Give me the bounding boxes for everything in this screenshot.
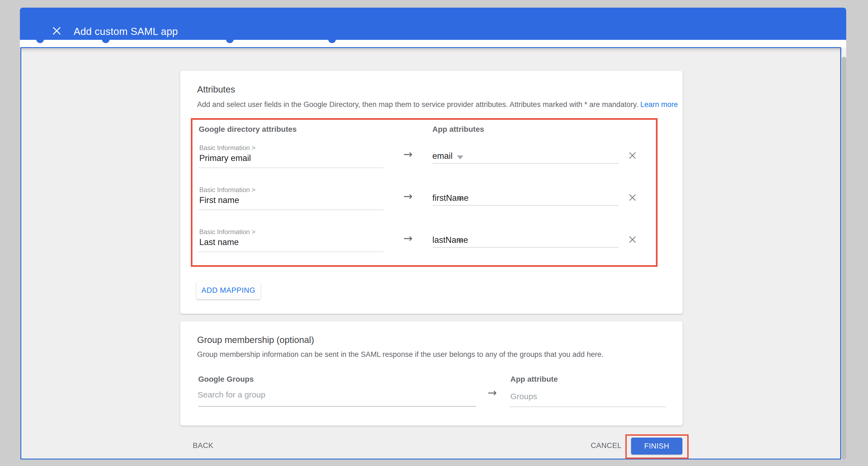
header-gap-strip bbox=[20, 40, 846, 48]
app-attributes-header: App attributes bbox=[432, 125, 484, 134]
group-membership-title: Group membership (optional) bbox=[197, 335, 314, 345]
groups-attribute-input[interactable] bbox=[510, 392, 663, 401]
mapping-row: Basic Information > Primary email → bbox=[180, 144, 683, 186]
search-underline bbox=[198, 406, 476, 407]
input-underline bbox=[433, 205, 619, 206]
select-underline bbox=[198, 252, 383, 252]
dialog-header: Add custom SAML app bbox=[20, 8, 846, 40]
attributes-card-description: Add and select user fields in the Google… bbox=[197, 100, 678, 109]
group-membership-description: Group membership information can be sent… bbox=[197, 350, 603, 359]
google-directory-attributes-header: Google directory attributes bbox=[199, 125, 297, 134]
app-attribute-input[interactable] bbox=[432, 151, 585, 161]
close-icon[interactable] bbox=[52, 26, 61, 35]
scrollbar-thumb[interactable] bbox=[842, 57, 846, 460]
attributes-description-text: Add and select user fields in the Google… bbox=[197, 100, 638, 109]
attributes-card-title: Attributes bbox=[197, 84, 235, 95]
mapping-row: Basic Information > First name → bbox=[180, 186, 683, 228]
google-groups-label: Google Groups bbox=[198, 375, 254, 384]
arrow-right-icon: → bbox=[403, 148, 413, 161]
select-underline bbox=[198, 209, 383, 210]
directory-field-select[interactable]: Primary email bbox=[199, 153, 251, 163]
app-attribute-label: App attribute bbox=[510, 375, 558, 384]
dialog-title: Add custom SAML app bbox=[73, 26, 178, 37]
learn-more-link[interactable]: Learn more bbox=[640, 100, 678, 109]
remove-mapping-icon[interactable] bbox=[628, 151, 637, 159]
back-button[interactable]: BACK bbox=[193, 441, 213, 450]
remove-mapping-icon[interactable] bbox=[628, 235, 637, 244]
app-attribute-input[interactable] bbox=[432, 235, 585, 245]
arrow-right-icon: → bbox=[488, 386, 497, 399]
finish-button[interactable]: FINISH bbox=[631, 438, 682, 455]
group-search-input[interactable] bbox=[198, 390, 476, 400]
input-underline bbox=[433, 163, 619, 164]
directory-category-label: Basic Information > bbox=[199, 186, 255, 194]
mapping-row: Basic Information > Last name → bbox=[180, 228, 683, 270]
directory-category-label: Basic Information > bbox=[199, 228, 255, 236]
add-mapping-button[interactable]: ADD MAPPING bbox=[196, 281, 260, 299]
select-underline bbox=[198, 168, 383, 168]
groups-underline bbox=[510, 407, 666, 407]
add-custom-saml-app-dialog: Add custom SAML app Attributes Add and s… bbox=[0, 0, 868, 466]
input-underline bbox=[433, 247, 619, 248]
app-attribute-input[interactable] bbox=[432, 193, 585, 203]
remove-mapping-icon[interactable] bbox=[628, 194, 637, 202]
arrow-right-icon: → bbox=[403, 232, 413, 244]
cancel-button[interactable]: CANCEL bbox=[591, 441, 622, 450]
attributes-card: Attributes Add and select user fields in… bbox=[180, 71, 683, 314]
arrow-right-icon: → bbox=[403, 190, 413, 202]
group-membership-card: Group membership (optional) Group member… bbox=[180, 321, 683, 426]
directory-field-select[interactable]: First name bbox=[199, 195, 239, 205]
directory-category-label: Basic Information > bbox=[199, 144, 255, 152]
directory-field-select[interactable]: Last name bbox=[199, 237, 239, 247]
